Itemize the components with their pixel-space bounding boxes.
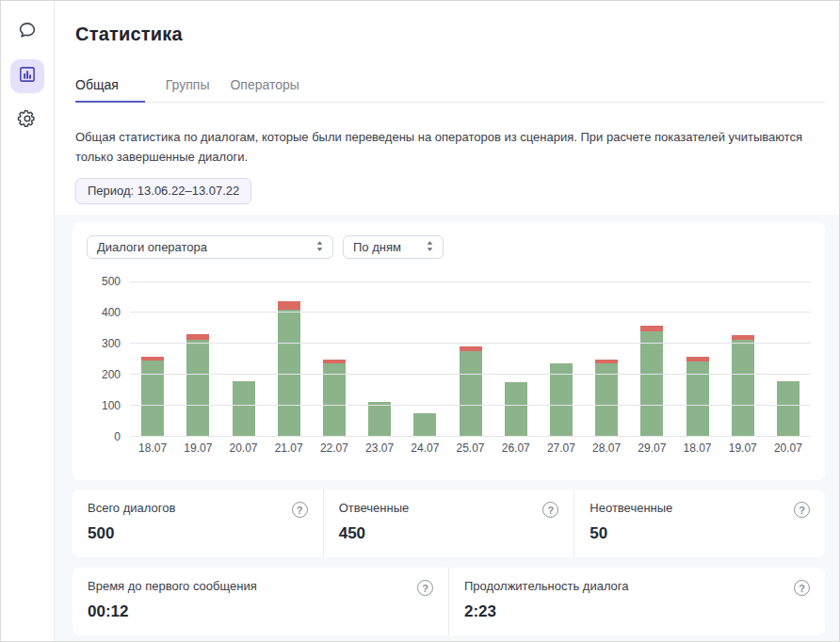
chat-bubble-icon	[17, 20, 38, 44]
x-axis-label: 19.07	[175, 441, 220, 455]
sidebar-item-statistics[interactable]	[10, 59, 44, 93]
help-icon[interactable]: ?	[292, 502, 308, 518]
sidebar-item-settings[interactable]	[10, 104, 44, 137]
bar-segment-answered	[413, 413, 436, 437]
bar-segment-answered	[323, 363, 346, 437]
x-axis-label: 18.07	[130, 441, 175, 455]
stat-label: Неотвеченные	[590, 501, 672, 515]
bar-slot	[766, 281, 811, 437]
gridline	[130, 281, 811, 282]
stat-label: Всего диалогов	[88, 501, 175, 515]
sidebar	[1, 1, 55, 641]
bar-27.07[interactable]	[550, 363, 573, 437]
y-axis-tick-label: 200	[102, 368, 121, 381]
bar-slot	[220, 281, 266, 437]
bar-22.07[interactable]	[323, 360, 346, 437]
bar-slot	[584, 281, 629, 437]
bar-slot	[312, 281, 357, 437]
granularity-select[interactable]: По дням	[343, 235, 444, 259]
sidebar-item-chats[interactable]	[10, 15, 44, 49]
chart-controls: Диалоги оператора По дням	[87, 235, 811, 259]
bar-slot	[674, 281, 719, 437]
y-axis-tick-label: 0	[114, 430, 121, 443]
x-axis-label: 19.07	[720, 441, 766, 455]
chart-panel: Диалоги оператора По дням 01002	[73, 222, 825, 480]
statistics-board: Диалоги оператора По дням 01002	[55, 215, 839, 641]
x-axis-label: 25.07	[447, 441, 493, 455]
x-axis-label: 29.07	[629, 441, 674, 455]
x-axis-label: 20.07	[220, 441, 266, 455]
bar-23.07[interactable]	[368, 402, 391, 437]
stat-value: 450	[339, 524, 559, 543]
stat-card-unanswered: Неотвеченные ? 50	[573, 490, 825, 557]
bar-26.07[interactable]	[505, 382, 527, 437]
x-axis-label: 23.07	[357, 441, 402, 455]
stat-card-total-dialogs: Всего диалогов ? 500	[73, 490, 323, 557]
tab-bar: Общая Группы Операторы	[75, 77, 825, 103]
x-axis-label: 26.07	[493, 441, 539, 455]
bar-slot	[493, 281, 539, 437]
bar-segment-answered	[550, 363, 573, 437]
page-title: Статистика	[75, 24, 839, 45]
stat-card-answered: Отвеченные ? 450	[323, 490, 574, 557]
bar-segment-answered	[233, 381, 255, 437]
bar-segment-answered	[505, 382, 527, 437]
bar-24.07[interactable]	[413, 413, 436, 437]
gridline	[130, 312, 811, 313]
select-arrows-icon	[315, 240, 324, 255]
bar-18.07[interactable]	[141, 357, 164, 437]
x-axis-label: 22.07	[312, 441, 357, 455]
gridline	[130, 343, 811, 344]
period-badge[interactable]: Период: 13.06.22–13.07.22	[75, 178, 251, 204]
stat-value: 2:23	[464, 602, 810, 621]
tab-general[interactable]: Общая	[75, 77, 145, 103]
dialogs-bar-chart: 0100200300400500 18.0719.0720.0721.0722.…	[87, 281, 811, 455]
bar-18.07[interactable]	[687, 357, 709, 437]
bar-19.07[interactable]	[186, 334, 209, 437]
y-axis-tick-label: 400	[102, 306, 121, 319]
bar-25.07[interactable]	[460, 346, 482, 437]
x-axis: 18.0719.0720.0721.0722.0723.0724.0725.07…	[130, 441, 811, 455]
bar-19.07[interactable]	[732, 335, 754, 437]
bar-segment-answered	[640, 331, 663, 437]
bar-20.07[interactable]	[777, 381, 800, 437]
tab-groups[interactable]: Группы	[166, 77, 210, 102]
help-icon[interactable]: ?	[794, 502, 810, 518]
stat-value: 500	[88, 524, 308, 543]
y-axis-tick-label: 300	[102, 337, 121, 350]
tab-operators[interactable]: Операторы	[230, 77, 299, 102]
x-axis-label: 28.07	[584, 441, 629, 455]
help-icon[interactable]: ?	[794, 580, 810, 596]
bar-20.07[interactable]	[233, 381, 255, 437]
help-icon[interactable]: ?	[417, 580, 433, 596]
bar-segment-answered	[732, 340, 754, 437]
bar-slot	[629, 281, 674, 437]
gridline	[130, 436, 811, 437]
bar-slot	[175, 281, 220, 437]
bar-segment-answered	[687, 361, 709, 437]
plot-area	[130, 281, 811, 437]
stat-label: Время до первого сообщения	[88, 579, 257, 593]
bar-21.07[interactable]	[278, 301, 300, 437]
stat-value: 00:12	[88, 602, 433, 621]
bar-segment-answered	[186, 340, 209, 437]
bar-slot	[447, 281, 493, 437]
stat-card-dialog-duration: Продолжительность диалога ? 2:23	[448, 568, 825, 635]
granularity-select-value: По дням	[353, 240, 401, 254]
help-icon[interactable]: ?	[542, 502, 558, 518]
metric-select[interactable]: Диалоги оператора	[87, 235, 333, 259]
bar-segment-answered	[141, 361, 164, 437]
gridline	[130, 405, 811, 406]
bar-slot	[720, 281, 766, 437]
bar-chart-icon	[17, 64, 38, 88]
stats-row-1: Всего диалогов ? 500 Отвеченные ? 450 Не…	[73, 490, 825, 557]
bar-28.07[interactable]	[595, 360, 618, 437]
bar-slot	[539, 281, 584, 437]
select-arrows-icon	[426, 240, 434, 255]
stat-value: 50	[590, 524, 810, 543]
x-axis-label: 18.07	[674, 441, 719, 455]
x-axis-label: 20.07	[766, 441, 811, 455]
y-axis-tick-label: 100	[102, 399, 121, 412]
bar-segment-answered	[777, 381, 800, 437]
metric-select-value: Диалоги оператора	[97, 240, 207, 254]
